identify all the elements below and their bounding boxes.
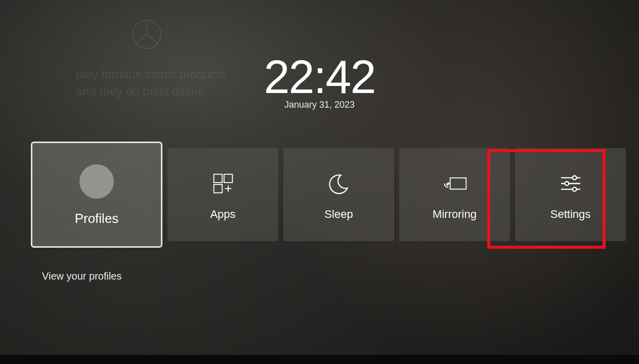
clock: 22:42 January 31, 2023 xyxy=(264,51,375,110)
tile-label: Mirroring xyxy=(433,208,477,221)
svg-point-11 xyxy=(565,181,569,186)
svg-rect-2 xyxy=(224,174,232,183)
clock-time: 22:42 xyxy=(264,51,375,104)
tile-mirroring[interactable]: Mirroring xyxy=(399,148,510,241)
svg-rect-6 xyxy=(450,178,466,189)
svg-rect-1 xyxy=(214,174,222,183)
profile-icon xyxy=(78,163,115,200)
tile-apps[interactable]: Apps xyxy=(167,148,278,241)
quick-menu-tiles: Profiles Apps Sleep xyxy=(31,148,626,248)
moon-icon xyxy=(324,168,354,199)
tile-label: Settings xyxy=(550,208,591,221)
mercedes-logo-icon xyxy=(132,19,162,50)
background-promo-text: play famous iconic products and they do … xyxy=(76,66,226,100)
svg-rect-3 xyxy=(214,185,222,193)
tile-profiles[interactable]: Profiles xyxy=(31,142,162,248)
tv-bezel-bottom xyxy=(0,355,639,364)
tile-settings[interactable]: Settings xyxy=(515,148,626,241)
svg-point-9 xyxy=(572,176,576,180)
svg-point-13 xyxy=(572,188,576,192)
tile-sleep[interactable]: Sleep xyxy=(283,148,394,241)
mirroring-icon xyxy=(440,168,470,199)
apps-icon xyxy=(208,168,238,199)
selected-tile-description: View your profiles xyxy=(42,270,121,282)
tile-label: Profiles xyxy=(75,211,119,226)
svg-point-7 xyxy=(447,183,449,185)
tile-label: Sleep xyxy=(324,208,353,221)
tile-label: Apps xyxy=(210,208,235,221)
sliders-icon xyxy=(556,168,586,199)
